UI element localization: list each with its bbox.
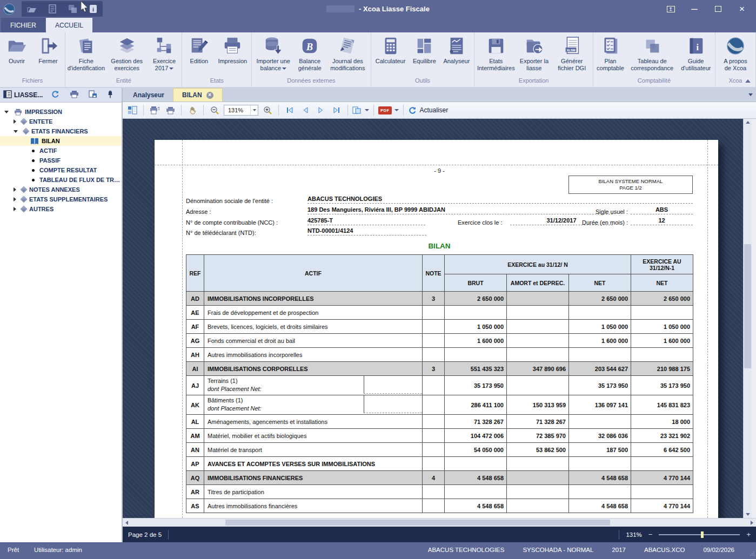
qat-info-icon[interactable]: i — [89, 4, 97, 14]
previous-page-icon[interactable] — [299, 104, 312, 117]
table-row-as[interactable]: ASAutres immobilisations financières4 54… — [186, 499, 693, 513]
pan-hand-icon[interactable] — [186, 104, 199, 117]
ribbon-button-balance-generale[interactable]: BBalance générale — [294, 34, 325, 72]
scroll-up-icon[interactable] — [746, 121, 750, 124]
ribbon-button-impression[interactable]: Impression — [215, 34, 250, 65]
close-button[interactable]: × — [734, 4, 750, 15]
ribbon-button-fiche-d-identification[interactable]: Fiche d'identification — [67, 34, 105, 72]
table-row-ai[interactable]: AIIMMOBILISATIONS CORPORELLES3551 435 32… — [186, 362, 693, 376]
scroll-left-icon[interactable] — [125, 521, 128, 525]
collapsed-expander-icon[interactable] — [14, 197, 16, 201]
maximize-button[interactable] — [711, 4, 726, 15]
collapsed-expander-icon[interactable] — [14, 187, 16, 192]
qat-folder-icon[interactable] — [27, 5, 37, 13]
tree-item-tableau-de-flux-de-treso[interactable]: TABLEAU DE FLUX DE TRESO... — [0, 175, 122, 185]
table-row-ah[interactable]: AHAutres immobilisations incorporelles — [186, 348, 693, 362]
refresh-button[interactable]: Actualiser — [408, 104, 449, 117]
tab-bilan-doc[interactable]: BILAN × — [173, 88, 223, 102]
ribbon-button-exporter-la-liasse[interactable]: Exporter la liasse — [517, 34, 551, 72]
qat-copy-icon[interactable] — [68, 4, 77, 14]
ribbon-button-edition[interactable]: Edition — [184, 34, 214, 65]
ribbon-button-exercice-2017[interactable]: Exercice 2017 — [149, 34, 180, 72]
tree-item-actif[interactable]: ACTIF — [0, 146, 122, 156]
zoom-slider-thumb[interactable] — [701, 531, 704, 538]
tree-item-etats-supplementaires[interactable]: ETATS SUPPLEMENTAIRES — [0, 194, 122, 204]
ribbon-button-analyseur[interactable]: Analyseur — [440, 34, 472, 65]
zoom-level-combobox[interactable]: 131% — [224, 105, 258, 116]
page-setup-icon[interactable]: ? — [148, 104, 161, 117]
tree-item-compte-resultat[interactable]: COMPTE RESULTAT — [0, 165, 122, 175]
ribbon-button-equilibre[interactable]: Equilibre — [409, 34, 439, 65]
ribbon-collapse-icon[interactable] — [745, 79, 751, 83]
tab-analyseur-doc[interactable]: Analyseur — [124, 88, 173, 102]
first-page-icon[interactable] — [283, 104, 296, 117]
ribbon-button-etats-intermediaires[interactable]: Etats Intermédiaires — [476, 34, 516, 72]
zoom-out-icon[interactable] — [208, 104, 221, 117]
table-row-ag[interactable]: AGFonds commercial et droit au bail1 600… — [186, 334, 693, 348]
ribbon-button-calculateur[interactable]: Calculateur — [373, 34, 409, 65]
minimize-button[interactable]: ─ — [687, 4, 702, 15]
table-row-al[interactable]: ALAménagements, agencements et installat… — [186, 415, 693, 429]
pin-icon[interactable] — [107, 90, 113, 100]
collapsed-expander-icon[interactable] — [14, 207, 16, 211]
table-row-ak[interactable]: AKBâtiments (1)dont Placement Net:286 41… — [186, 395, 693, 415]
close-tab-icon[interactable]: × — [206, 92, 213, 99]
export-pdf-icon[interactable]: PDF — [378, 104, 399, 117]
collapsed-expander-icon[interactable] — [14, 119, 16, 124]
ribbon-button-importer-une-balance[interactable]: Importer une balance — [253, 34, 293, 72]
next-page-icon[interactable] — [315, 104, 327, 117]
table-row-aq[interactable]: AQIMMOBILISATIONS FINANCIERES44 548 6584… — [186, 471, 693, 485]
dont-value-cell[interactable] — [364, 395, 422, 413]
zoom-slider[interactable] — [659, 534, 740, 535]
expanded-expander-icon[interactable] — [14, 130, 18, 133]
vertical-scroll-thumb[interactable] — [744, 244, 751, 368]
zoom-in-icon[interactable] — [261, 104, 274, 117]
print-icon[interactable] — [70, 90, 79, 100]
zoom-in-button[interactable]: + — [746, 530, 751, 538]
resize-grip-icon[interactable] — [750, 551, 755, 556]
ribbon-button-gestion-des-exercices[interactable]: Gestion des exercices — [106, 34, 148, 72]
table-row-ap[interactable]: APAVANCES ET ACOMPTES VERSES SUR IMMOBIL… — [186, 457, 693, 471]
horizontal-scroll-thumb[interactable] — [225, 520, 610, 526]
ribbon-button-a-propos-de-xcoa[interactable]: A propos de Xcoa — [717, 34, 754, 72]
scroll-down-icon[interactable] — [746, 513, 750, 516]
ribbon-pin-button[interactable]: ↥ — [663, 4, 678, 15]
tree-item-etats-financiers[interactable]: ETATS FINANCIERS — [0, 126, 122, 136]
xcoa-app-logo-icon[interactable] — [3, 3, 15, 15]
ribbon-button-tableau-de-correspondance[interactable]: Tableau de correspondance — [627, 34, 678, 72]
tree-item-impression[interactable]: IMPRESSION — [0, 107, 122, 117]
scroll-right-icon[interactable] — [751, 521, 753, 525]
dont-value-cell[interactable] — [364, 376, 422, 394]
sync-icon[interactable] — [51, 90, 59, 100]
combo-caret-icon[interactable] — [250, 105, 258, 115]
ribbon-button-plan-comptable[interactable]: Plan comptable — [595, 34, 626, 72]
ribbon-button-ouvrir[interactable]: Ouvrir — [2, 34, 32, 65]
ribbon-button-fermer[interactable]: Fermer — [33, 34, 63, 65]
tab-overflow-caret-icon[interactable] — [748, 93, 753, 96]
table-row-aj[interactable]: AJTerrains (1)dont Placement Net:35 173 … — [186, 376, 693, 395]
thumbnails-toggle-icon[interactable] — [126, 104, 139, 117]
zoom-out-button[interactable]: − — [648, 530, 653, 538]
tree-item-notes-annexes[interactable]: NOTES ANNEXES — [0, 185, 122, 194]
tab-fichier[interactable]: FICHIER — [1, 18, 45, 32]
print-button-icon[interactable] — [164, 104, 177, 117]
ribbon-button-journal-des-modifications[interactable]: Journal des modifications — [326, 34, 369, 72]
tree-item-entete[interactable]: ENTETE — [0, 117, 122, 126]
vertical-scrollbar[interactable] — [743, 119, 752, 518]
expanded-expander-icon[interactable] — [4, 111, 9, 113]
table-row-am[interactable]: AMMatériel, mobilier et actifs biologiqu… — [186, 429, 693, 443]
export-save-icon[interactable] — [89, 90, 97, 100]
tree-item-bilan[interactable]: BILAN — [0, 136, 122, 146]
qat-report-icon[interactable] — [49, 4, 56, 14]
page-layout-icon[interactable] — [352, 104, 369, 117]
table-row-af[interactable]: AFBrevets, licences, logiciels, et droit… — [186, 320, 693, 334]
table-row-ae[interactable]: AEFrais de développement et de prospecti… — [186, 306, 693, 320]
table-row-ar[interactable]: ARTitres de participation — [186, 485, 693, 499]
last-page-icon[interactable] — [330, 104, 343, 117]
table-row-ad[interactable]: ADIMMOBILISATIONS INCORPORELLES32 650 00… — [186, 292, 693, 306]
tree-item-passif[interactable]: PASSIF — [0, 156, 122, 165]
ribbon-button-generer-fichier-dgi[interactable]: XLSMGénérer fichier DGI — [553, 34, 591, 72]
tab-accueil[interactable]: ACCUEIL — [46, 18, 92, 32]
ribbon-button-guide-d-utilisateur[interactable]: iGuide d'utilisateur — [679, 34, 713, 72]
document-viewer[interactable]: - 9 - BILAN SYSTEME NORMAL PAGE 1/2 Déno… — [123, 119, 756, 518]
